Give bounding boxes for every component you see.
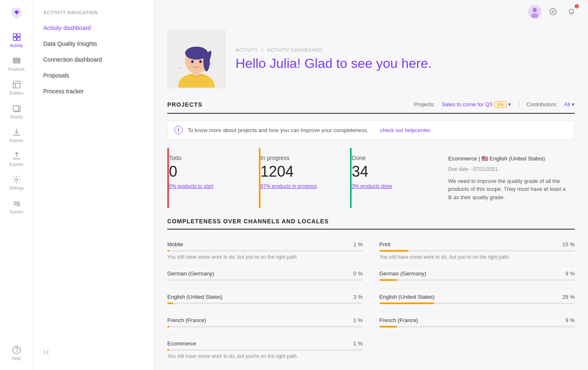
todo-value: 0 xyxy=(169,163,232,180)
helpcenter-link[interactable]: check our helpcenter. xyxy=(380,127,432,133)
svg-rect-1 xyxy=(17,34,20,37)
svg-point-21 xyxy=(531,13,538,18)
progress-track xyxy=(380,279,575,281)
sidebar-item-settings[interactable]: Settings xyxy=(0,171,33,195)
projects-title: PROJECTS xyxy=(167,101,202,108)
channel-name: English (United States) xyxy=(380,294,435,300)
svg-point-17 xyxy=(16,351,17,352)
svg-rect-6 xyxy=(13,62,20,63)
svg-point-24 xyxy=(550,9,556,15)
sidebar-collapse-button[interactable] xyxy=(33,342,154,363)
filter-separator: | xyxy=(518,100,520,109)
help-label: Help xyxy=(12,356,21,361)
projects-filters: Projects: Sales to come for Q3 0% ▾ | Co… xyxy=(414,100,575,109)
progress-fill xyxy=(167,250,169,252)
channel-pct: 9 % xyxy=(566,317,575,323)
sidebar-item-proposals[interactable]: Proposals xyxy=(33,68,154,83)
chevron-down-icon: ▾ xyxy=(508,101,511,108)
projects-badge: 0% xyxy=(494,101,507,108)
completeness-left: Mobile 1 % You still have some work to d… xyxy=(167,236,363,365)
sidebar-item-activity-dashboard[interactable]: Activity dashboard xyxy=(33,20,154,36)
svg-rect-3 xyxy=(17,38,20,40)
channel-name: French (France) xyxy=(167,317,206,323)
progress-track xyxy=(380,302,575,304)
inprogress-link[interactable]: 97% products in progress xyxy=(261,183,317,189)
stat-done: Done 34 3% products done xyxy=(350,148,425,208)
todo-label: Todo xyxy=(169,155,232,161)
channel-pct: 1 % xyxy=(353,241,362,248)
sidebar-item-entities[interactable]: Entities xyxy=(0,76,33,100)
svg-rect-4 xyxy=(13,58,20,60)
contributors-label: Contributors: xyxy=(526,101,557,108)
progress-fill xyxy=(167,349,169,351)
sidebar-item-process-tracker[interactable]: Process tracker xyxy=(33,83,154,99)
desc-title: Ecommerce | 🇺🇸 English (United States) xyxy=(448,155,568,163)
channel-pct: 15 % xyxy=(562,241,575,248)
channel-sub: You still have some work to do, but you'… xyxy=(380,254,575,260)
settings-label: Settings xyxy=(9,186,24,190)
channel-row: French (France) 1 % xyxy=(167,312,363,335)
sidebar-item-help[interactable]: Help xyxy=(10,341,23,365)
progress-track xyxy=(167,349,363,351)
page-content: ✦ ✦ ACTIVITY / ACTIVITY DASHBOARD Hello … xyxy=(154,23,588,370)
channel-sub: You still have some work to do, but you'… xyxy=(167,353,363,359)
progress-track xyxy=(167,279,363,281)
svg-text:✦: ✦ xyxy=(208,62,212,66)
system-label: System xyxy=(10,210,23,214)
progress-fill xyxy=(167,326,169,328)
channel-name: English (United States) xyxy=(167,294,223,300)
sidebar-item-exports[interactable]: Exports xyxy=(0,147,33,171)
svg-text:✦: ✦ xyxy=(178,66,181,70)
done-value: 34 xyxy=(352,163,415,180)
projects-section: PROJECTS Projects: Sales to come for Q3 … xyxy=(167,100,575,208)
breadcrumb: ACTIVITY / ACTIVITY DASHBOARD xyxy=(236,48,432,52)
contributors-value[interactable]: All ▾ xyxy=(564,101,575,108)
channel-row: French (France) 9 % xyxy=(380,312,575,335)
progress-track xyxy=(167,302,363,304)
inprogress-value: 1204 xyxy=(261,163,324,180)
svg-rect-10 xyxy=(13,106,18,111)
sidebar-nav-label: ACTIVITY NAVIGATION xyxy=(33,7,154,20)
channel-name: Ecommerce xyxy=(167,340,196,347)
svg-point-33 xyxy=(199,60,202,63)
completeness-header: COMPLETENESS OVER CHANNELS AND LOCALES xyxy=(167,218,575,230)
progress-track xyxy=(167,250,363,252)
stat-in-progress: In progress 1204 97% products in progres… xyxy=(259,148,334,208)
completeness-right: Print 15 % You still have some work to d… xyxy=(380,236,575,365)
channel-pct: 3 % xyxy=(353,294,362,300)
sidebar-item-products[interactable]: Products xyxy=(0,52,33,76)
user-avatar[interactable] xyxy=(528,5,541,18)
sidebar-item-imports[interactable]: Imports xyxy=(0,123,33,147)
todo-link[interactable]: 0% products to start xyxy=(169,183,213,189)
stats-row: Todo 0 0% products to start In progress … xyxy=(167,148,575,208)
svg-point-32 xyxy=(191,60,194,63)
sidebar-item-assets[interactable]: Assets xyxy=(0,100,33,123)
topbar: 1 xyxy=(154,0,588,23)
svg-point-11 xyxy=(15,178,18,181)
progress-track xyxy=(380,326,575,328)
notifications-button[interactable]: 1 xyxy=(565,5,578,18)
projects-filter-value[interactable]: Sales to come for Q3 0% ▾ xyxy=(442,101,511,108)
sidebar-item-activity[interactable]: Activity xyxy=(0,28,33,52)
channel-row: German (Germany) 9 % xyxy=(380,265,575,289)
progress-fill xyxy=(380,250,409,252)
svg-point-22 xyxy=(552,11,554,13)
icon-rail: Activity Products Entities Assets Import… xyxy=(0,0,33,370)
hero-text: ACTIVITY / ACTIVITY DASHBOARD Hello Juli… xyxy=(236,48,432,71)
svg-rect-7 xyxy=(13,81,20,88)
notification-badge: 1 xyxy=(575,4,579,8)
connections-icon[interactable] xyxy=(546,5,560,18)
sidebar-item-system[interactable]: System xyxy=(0,195,33,218)
sidebar: ACTIVITY NAVIGATION Activity dashboard D… xyxy=(33,0,154,370)
sidebar-item-data-quality[interactable]: Data Quality Insights xyxy=(33,36,154,52)
sidebar-item-connection-dashboard[interactable]: Connection dashboard xyxy=(33,52,154,68)
svg-point-15 xyxy=(17,204,20,206)
svg-rect-0 xyxy=(13,34,16,37)
products-label: Products xyxy=(8,67,25,72)
done-link[interactable]: 3% products done xyxy=(352,183,392,189)
main-content: 1 xyxy=(154,0,588,370)
project-description: Ecommerce | 🇺🇸 English (United States) D… xyxy=(442,148,575,208)
channel-pct: 9 % xyxy=(566,270,575,277)
hero-section: ✦ ✦ ACTIVITY / ACTIVITY DASHBOARD Hello … xyxy=(167,23,575,100)
stat-todo: Todo 0 0% products to start xyxy=(167,148,242,208)
